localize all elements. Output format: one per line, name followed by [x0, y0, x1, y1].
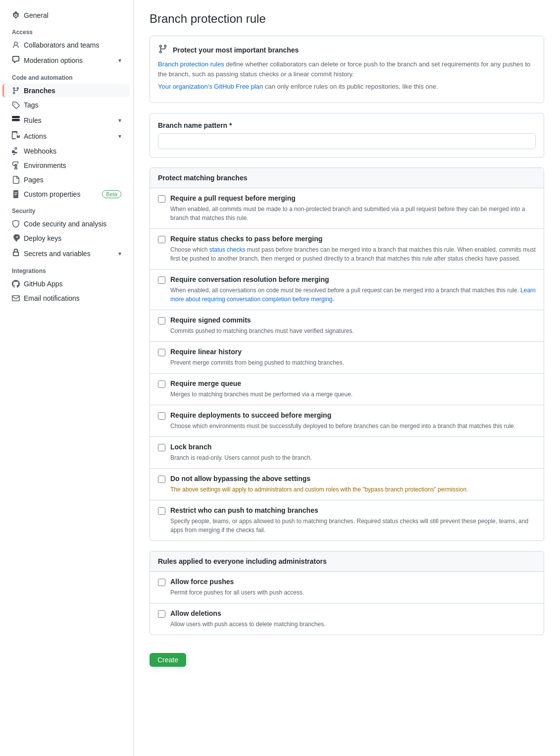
- code-security-label: Code security and analysis: [24, 220, 106, 228]
- section-label-integrations: Integrations: [0, 262, 133, 276]
- sidebar-item-email-notif[interactable]: Email notifications: [4, 291, 129, 305]
- sidebar-item-secrets[interactable]: Secrets and variables ▾: [4, 246, 129, 261]
- checkbox-lock-branch[interactable]: [158, 444, 165, 451]
- sidebar-section-integrations: Integrations GitHub Apps Email notificat…: [0, 262, 133, 305]
- checkbox-require-status[interactable]: [158, 236, 165, 243]
- actions-icon: [12, 131, 20, 141]
- sidebar-item-environments[interactable]: Environments: [4, 159, 129, 172]
- label-require-merge-queue: Require merge queue: [170, 379, 241, 387]
- desc-allow-force: Permit force pushes for all users with p…: [170, 588, 536, 597]
- sidebar-item-code-security[interactable]: Code security and analysis: [4, 217, 129, 231]
- checkbox-allow-deletions[interactable]: [158, 610, 165, 618]
- email-icon: [12, 294, 20, 302]
- sidebar-item-actions[interactable]: Actions ▾: [4, 128, 129, 144]
- protect-section-header: Protect matching branches: [150, 168, 544, 188]
- sidebar-item-tags[interactable]: Tags: [4, 98, 129, 112]
- chevron-down-icon: ▾: [118, 57, 121, 64]
- branch-name-input[interactable]: [158, 133, 536, 149]
- sidebar-item-general[interactable]: General: [4, 8, 129, 22]
- comment-icon: [12, 55, 20, 65]
- info-box-text2: Your organization's GitHub Free plan can…: [158, 82, 536, 92]
- checkbox-restrict-push[interactable]: [158, 507, 165, 515]
- pages-icon: [12, 176, 20, 184]
- option-allow-deletions: Allow deletions Allow users with push ac…: [150, 603, 544, 635]
- status-checks-link[interactable]: status checks: [209, 246, 246, 253]
- gear-icon: [12, 11, 20, 19]
- create-button[interactable]: Create: [150, 653, 186, 667]
- protect-section: Protect matching branches Require a pull…: [150, 167, 544, 541]
- checkbox-allow-force[interactable]: [158, 579, 165, 586]
- branch-icon: [12, 87, 20, 95]
- sidebar-item-deploy-keys[interactable]: Deploy keys: [4, 231, 129, 245]
- desc-require-linear: Prevent merge commits from being pushed …: [170, 358, 536, 367]
- chevron-down-actions-icon: ▾: [118, 133, 121, 140]
- checkbox-require-linear[interactable]: [158, 349, 165, 356]
- label-require-signed: Require signed commits: [170, 316, 251, 324]
- label-allow-deletions: Allow deletions: [170, 609, 221, 617]
- section-label-code: Code and automation: [0, 68, 133, 83]
- checkbox-require-conversation[interactable]: [158, 276, 165, 284]
- checkbox-require-deployments[interactable]: [158, 412, 165, 420]
- sidebar-item-webhooks[interactable]: Webhooks: [4, 144, 129, 158]
- option-require-signed: Require signed commits Commits pushed to…: [150, 310, 544, 342]
- secret-icon: [12, 249, 20, 258]
- rules-everyone-header: Rules applied to everyone including admi…: [150, 551, 544, 572]
- sidebar-item-moderation[interactable]: Moderation options ▾: [4, 53, 129, 68]
- section-label-security: Security: [0, 202, 133, 216]
- sidebar-item-custom-props[interactable]: Custom properties Beta: [4, 187, 129, 201]
- desc-require-conversation: When enabled, all conversations on code …: [170, 286, 536, 304]
- sidebar-item-branches[interactable]: Branches: [2, 84, 129, 98]
- checkbox-require-pr[interactable]: [158, 195, 165, 203]
- environments-label: Environments: [24, 162, 66, 169]
- option-lock-branch: Lock branch Branch is read-only. Users c…: [150, 437, 544, 469]
- pages-label: Pages: [24, 176, 44, 184]
- github-apps-label: GitHub Apps: [24, 280, 63, 288]
- props-icon: [12, 190, 20, 198]
- branch-protection-rules-link[interactable]: Branch protection rules: [158, 60, 224, 68]
- checkbox-require-merge-queue[interactable]: [158, 380, 165, 388]
- checkbox-no-bypass[interactable]: [158, 476, 165, 483]
- github-free-plan-link[interactable]: Your organization's GitHub Free plan: [158, 83, 263, 90]
- checkbox-require-signed[interactable]: [158, 317, 165, 324]
- webhook-icon: [12, 147, 20, 155]
- rules-everyone-section: Rules applied to everyone including admi…: [150, 551, 544, 635]
- label-require-conversation: Require conversation resolution before m…: [170, 275, 329, 283]
- branches-label: Branches: [24, 87, 55, 95]
- label-require-pr: Require a pull request before merging: [170, 194, 296, 202]
- label-no-bypass: Do not allow bypassing the above setting…: [170, 475, 310, 483]
- desc-require-pr: When enabled, all commits must be made t…: [170, 205, 536, 222]
- collaborators-label: Collaborators and teams: [24, 41, 100, 49]
- sidebar-general-label: General: [24, 11, 49, 19]
- rule-icon: [12, 115, 20, 125]
- label-require-status: Require status checks to pass before mer…: [170, 235, 322, 243]
- webhooks-label: Webhooks: [24, 147, 56, 155]
- moderation-label: Moderation options: [24, 56, 83, 64]
- sidebar-item-github-apps[interactable]: GitHub Apps: [4, 277, 129, 291]
- key-icon: [12, 234, 20, 242]
- sidebar-item-rules[interactable]: Rules ▾: [4, 112, 129, 128]
- deploy-keys-label: Deploy keys: [24, 234, 61, 242]
- section-label-access: Access: [0, 23, 133, 38]
- info-box: Protect your most important branches Bra…: [150, 36, 544, 103]
- secrets-label: Secrets and variables: [24, 250, 91, 258]
- sidebar-item-pages[interactable]: Pages: [4, 173, 129, 187]
- learn-more-conversation-link[interactable]: Learn more about requiring conversation …: [170, 287, 536, 303]
- desc-lock-branch: Branch is read-only. Users cannot push t…: [170, 453, 536, 462]
- desc-require-deployments: Choose which environments must be succes…: [170, 422, 536, 431]
- label-require-deployments: Require deployments to succeed before me…: [170, 411, 331, 419]
- info-branch-icon: [158, 44, 168, 55]
- option-no-bypass: Do not allow bypassing the above setting…: [150, 469, 544, 500]
- option-require-deployments: Require deployments to succeed before me…: [150, 405, 544, 437]
- desc-require-signed: Commits pushed to matching branches must…: [170, 326, 536, 335]
- app-icon: [12, 280, 20, 288]
- sidebar-item-collaborators[interactable]: Collaborators and teams: [4, 38, 129, 52]
- desc-restrict-push: Specify people, teams, or apps allowed t…: [170, 517, 536, 535]
- label-lock-branch: Lock branch: [170, 443, 211, 451]
- person-icon: [12, 41, 20, 49]
- chevron-down-secrets-icon: ▾: [118, 250, 121, 257]
- option-require-conversation: Require conversation resolution before m…: [150, 270, 544, 310]
- chevron-down-rules-icon: ▾: [118, 117, 121, 124]
- email-notif-label: Email notifications: [24, 294, 80, 302]
- tag-icon: [12, 101, 20, 109]
- option-require-pr: Require a pull request before merging Wh…: [150, 188, 544, 229]
